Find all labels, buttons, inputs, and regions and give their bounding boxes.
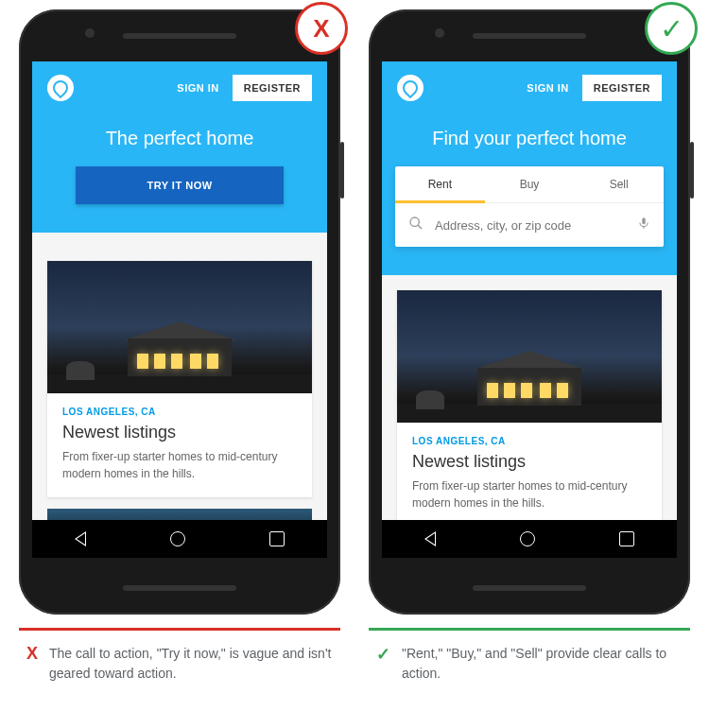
check-icon: ✓: [660, 12, 683, 45]
listing-title: Newest listings: [412, 452, 647, 472]
signin-link[interactable]: SIGN IN: [527, 82, 568, 94]
phone-screen: SIGN IN REGISTER The perfect home TRY IT…: [32, 61, 327, 558]
svg-line-1: [418, 225, 422, 229]
phone-frame: SIGN IN REGISTER The perfect home TRY IT…: [19, 9, 340, 615]
listing-image: [397, 290, 662, 423]
listing-card[interactable]: LOS ANGELES, CA Newest listings From fix…: [397, 290, 662, 520]
nav-back-icon[interactable]: [75, 531, 86, 546]
bad-badge: X: [295, 2, 348, 55]
register-button[interactable]: REGISTER: [233, 75, 312, 101]
tab-buy[interactable]: Buy: [485, 166, 575, 202]
search-input[interactable]: [435, 218, 626, 233]
nav-home-icon[interactable]: [520, 531, 535, 546]
listing-description: From fixer-up starter homes to mid-centu…: [62, 448, 297, 482]
nav-recent-icon[interactable]: [269, 531, 285, 546]
nav-home-icon[interactable]: [170, 531, 185, 546]
next-card-peek: [47, 509, 312, 520]
svg-rect-2: [642, 217, 646, 224]
mic-icon[interactable]: [637, 215, 650, 235]
android-navbar: [382, 520, 677, 558]
svg-point-0: [410, 217, 419, 226]
comparison-container: X SIGN IN REGISTER: [9, 9, 700, 684]
try-it-now-button[interactable]: TRY IT NOW: [76, 166, 284, 204]
hero-headline: The perfect home: [47, 128, 312, 149]
signin-link[interactable]: SIGN IN: [177, 82, 218, 94]
android-navbar: [32, 520, 327, 558]
tab-sell[interactable]: Sell: [574, 166, 664, 202]
nav-recent-icon[interactable]: [619, 531, 634, 546]
bad-caption: X The call to action, "Try it now," is v…: [19, 631, 340, 684]
bad-caption-text: The call to action, "Try it now," is vag…: [49, 644, 333, 684]
x-icon: X: [313, 14, 329, 43]
phone-frame: SIGN IN REGISTER Find your perfect home …: [369, 9, 690, 615]
bad-example: X SIGN IN REGISTER: [19, 9, 340, 684]
listing-card[interactable]: LOS ANGELES, CA Newest listings From fix…: [47, 261, 312, 497]
hero-section: SIGN IN REGISTER The perfect home TRY IT…: [32, 61, 327, 251]
good-example: ✓ SIGN IN REGISTER: [369, 9, 690, 684]
search-box: Rent Buy Sell: [395, 166, 664, 247]
app-logo[interactable]: [47, 75, 74, 101]
app-logo[interactable]: [397, 75, 424, 101]
phone-screen: SIGN IN REGISTER Find your perfect home …: [382, 61, 677, 558]
listing-location: LOS ANGELES, CA: [62, 407, 297, 417]
hero-section: SIGN IN REGISTER Find your perfect home …: [382, 61, 677, 275]
register-button[interactable]: REGISTER: [582, 75, 662, 101]
listing-description: From fixer-up starter homes to mid-centu…: [412, 477, 647, 511]
hero-headline: Find your perfect home: [397, 128, 662, 149]
listing-location: LOS ANGELES, CA: [412, 436, 647, 446]
tab-rent[interactable]: Rent: [395, 166, 485, 202]
good-caption-text: "Rent," "Buy," and "Sell" provide clear …: [402, 644, 683, 684]
nav-back-icon[interactable]: [424, 531, 436, 546]
good-badge: ✓: [645, 2, 698, 55]
search-icon: [408, 216, 424, 234]
listing-image: [47, 261, 312, 393]
x-icon: X: [26, 644, 38, 684]
good-caption: ✓ "Rent," "Buy," and "Sell" provide clea…: [369, 631, 690, 684]
listing-title: Newest listings: [62, 423, 297, 442]
check-icon: ✓: [376, 644, 390, 684]
